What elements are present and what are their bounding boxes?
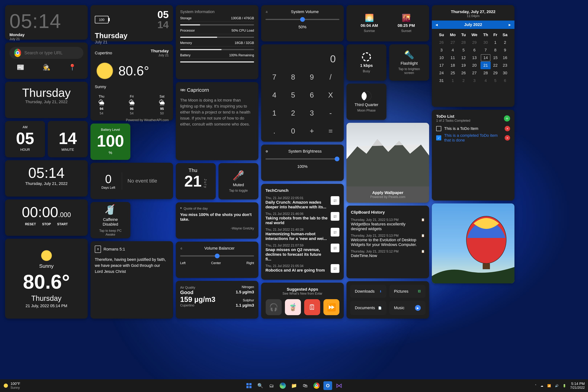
app-speed[interactable]: ⏩ xyxy=(323,299,339,315)
app-planner[interactable]: 🗓 xyxy=(304,299,320,315)
moon-phase-widget[interactable]: Third Quarter Moon Phase xyxy=(347,84,386,120)
clipboard-item[interactable]: Thursday, July 21, 2022 5:12 PMDateTime.… xyxy=(351,250,425,258)
calendar-day[interactable]: 27 xyxy=(447,39,459,46)
calc-key[interactable]: / xyxy=(322,69,339,86)
calendar-day[interactable]: 4 xyxy=(447,46,459,54)
news-item[interactable]: Thu, 21 Jul 2022 21:05:34Robotics and AI… xyxy=(265,264,339,273)
calc-key[interactable]: 7 xyxy=(265,69,283,86)
volume-slider[interactable] xyxy=(265,19,339,20)
calc-key[interactable]: 1 xyxy=(265,105,283,122)
calendar-day[interactable]: 17 xyxy=(436,62,447,69)
calendar-day[interactable]: 30 xyxy=(500,69,510,77)
folder-downloads[interactable]: Downloads⬇ xyxy=(350,285,386,298)
news-item[interactable]: Thu, 21 Jul 2022 21:07:59Snap misses on … xyxy=(265,244,339,262)
app-headphones[interactable]: 🎧 xyxy=(266,299,282,315)
quote-widget[interactable]: ❝ Quote of the day You miss 100% of the … xyxy=(176,202,258,239)
weather-forecast-widget[interactable]: Cupertino Thursday July 21 80.6° Sunny T… xyxy=(90,44,173,120)
tray-wifi-icon[interactable]: 📶 xyxy=(547,384,551,388)
calendar-day[interactable]: 2 xyxy=(500,39,510,46)
explorer-app[interactable]: 📁 xyxy=(290,381,298,390)
start-button[interactable] xyxy=(245,381,253,390)
image-widget[interactable] xyxy=(432,204,515,283)
clock-widget-large[interactable]: 05:14 Monday July 21 xyxy=(5,5,88,40)
calendar-day[interactable]: 20 xyxy=(468,62,481,69)
calendar-day[interactable]: 1 xyxy=(491,39,500,46)
calc-key[interactable]: 8 xyxy=(284,69,302,86)
tray-clock[interactable]: 5:14 PM 7/21/2022 xyxy=(570,382,585,390)
taskbar-weather[interactable]: 100°F Sunny xyxy=(3,382,20,390)
date-tile[interactable]: Thu 21 July xyxy=(176,163,216,200)
folder-music[interactable]: Music▶ xyxy=(389,301,426,315)
stop-button[interactable]: STOP xyxy=(42,222,51,226)
search-input[interactable] xyxy=(24,50,79,56)
calendar-day[interactable]: 5 xyxy=(491,77,500,84)
sun-times-widget[interactable]: 🌅 06:04 AM Sunrise 🌇 08:25 PM Sunset xyxy=(347,5,429,42)
wallpaper-widget[interactable]: Apply Wallpaper Powered by Pexels.com xyxy=(347,123,429,203)
todo-delete-button[interactable]: × xyxy=(505,135,510,140)
wallpaper-cta[interactable]: Apply Wallpaper xyxy=(372,190,404,195)
horoscope-widget[interactable]: ≈≈ Capricorn The Moon is doing a lot mor… xyxy=(176,82,258,160)
calc-key[interactable]: . xyxy=(265,122,283,140)
calendar-day[interactable]: 8 xyxy=(491,46,500,54)
cal-prev-button[interactable]: ◀ xyxy=(436,23,438,26)
calc-key[interactable]: 0 xyxy=(284,122,302,140)
clipboard-widget[interactable]: ClipBoard History Thursday, July 21, 202… xyxy=(347,206,429,278)
clipboard-item[interactable]: Thursday, July 21, 2022 5:13 PMWidgetBox… xyxy=(351,218,425,231)
day-widget[interactable]: Thursday Thursday, July 21, 2022 xyxy=(5,82,88,118)
network-speed-widget[interactable]: 1 kbps Busy xyxy=(347,44,386,81)
calendar-day[interactable]: 25 xyxy=(447,69,459,77)
calendar-day[interactable]: 1 xyxy=(447,77,459,84)
calendar-day[interactable]: 2 xyxy=(459,77,468,84)
calendar-day[interactable]: 4 xyxy=(481,77,491,84)
calendar-day[interactable]: 28 xyxy=(481,69,491,77)
cal-next-button[interactable]: ▶ xyxy=(509,23,511,26)
brightness-slider[interactable] xyxy=(265,158,339,160)
calc-key[interactable]: X xyxy=(322,87,339,104)
calc-key[interactable]: 2 xyxy=(284,105,302,122)
calc-key[interactable]: 4 xyxy=(265,87,283,104)
countdown-widget[interactable]: 0 Days Left No event title xyxy=(90,163,173,199)
calendar-day[interactable]: 14 xyxy=(481,54,491,62)
calendar-day[interactable]: 7 xyxy=(481,46,491,54)
incognito-icon[interactable]: 🕵️ xyxy=(43,64,50,71)
calendar-day[interactable]: 16 xyxy=(500,54,510,62)
calendar-day[interactable]: 15 xyxy=(491,54,500,62)
flashlight-widget[interactable]: 🔦 Flashlight Tap to brighten screen xyxy=(389,44,429,81)
calendar-day[interactable]: 22 xyxy=(491,62,500,69)
calendar-day[interactable]: 26 xyxy=(459,69,468,77)
calendar-day[interactable]: 10 xyxy=(436,54,447,62)
news-icon[interactable]: 📰 xyxy=(17,64,24,71)
tray-volume-icon[interactable]: 🔊 xyxy=(555,384,559,388)
edge-app[interactable] xyxy=(278,381,287,390)
tray-onedrive-icon[interactable]: ☁ xyxy=(541,384,543,388)
calc-key[interactable]: 5 xyxy=(284,87,302,104)
todo-checkbox[interactable]: ✓ xyxy=(436,135,441,140)
bible-verse-widget[interactable]: ✝ Romans 5:1 Therefore, having been just… xyxy=(90,241,173,318)
calendar-day[interactable]: 12 xyxy=(459,54,468,62)
todo-checkbox[interactable] xyxy=(436,126,441,131)
search-input-container[interactable] xyxy=(9,47,83,59)
folder-pictures[interactable]: Pictures🖼 xyxy=(389,285,426,298)
app-boba[interactable]: 🧋 xyxy=(285,299,301,315)
todo-add-button[interactable]: ＋ xyxy=(504,115,510,122)
system-info-widget[interactable]: System Information Storage130GB / 476GB … xyxy=(176,5,258,79)
taskview-button[interactable]: 🗂 xyxy=(267,381,276,390)
caffeine-widget[interactable]: 🥤 Caffeine Disabled Tap to keep PC Awake xyxy=(90,202,130,238)
calendar-day[interactable]: 24 xyxy=(436,69,447,77)
weather-large-widget[interactable]: Sunny 80.6° Thursday 21 July, 2022 05:14… xyxy=(5,239,88,318)
chrome-app[interactable] xyxy=(312,381,321,390)
calendar-day[interactable]: 13 xyxy=(468,54,481,62)
calendar-day[interactable]: 21 xyxy=(481,62,491,69)
pin-icon[interactable]: 📍 xyxy=(68,64,76,71)
air-quality-widget[interactable]: Air Quality Good 159 µg/m3 Cupertino Nit… xyxy=(176,281,258,318)
news-item[interactable]: Thu, 21 Jul 2022 22:05:01Daily Crunch: A… xyxy=(265,196,339,210)
outlook-app[interactable]: O xyxy=(323,381,332,390)
calc-key[interactable]: 6 xyxy=(303,87,321,104)
calendar-day[interactable]: 23 xyxy=(500,62,510,69)
calendar-day[interactable]: 5 xyxy=(459,46,468,54)
news-item[interactable]: Thu, 21 Jul 2022 21:46:06Taking robots f… xyxy=(265,212,339,225)
calendar-day[interactable]: 26 xyxy=(436,39,447,46)
mute-widget[interactable]: 🎤 Muted Tap to toggle xyxy=(218,163,258,200)
clock-widget-2[interactable]: 05:14 Thursday, July 21, 2022 xyxy=(5,160,88,196)
store-app[interactable]: 🛍 xyxy=(301,381,310,390)
